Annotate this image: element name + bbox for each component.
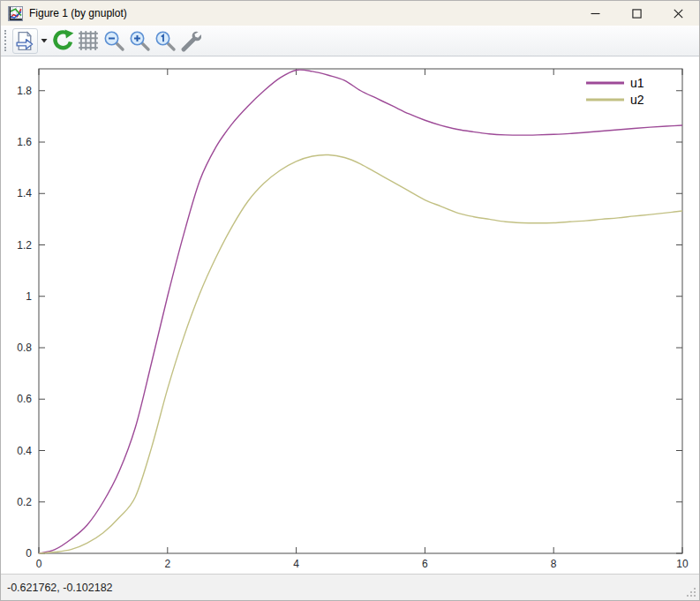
maximize-icon <box>632 9 642 19</box>
x-tick-label: 6 <box>422 558 428 570</box>
y-tick-label: 0.2 <box>17 496 32 508</box>
statusbar: -0.621762, -0.102182 <box>1 574 699 600</box>
gnuplot-app-icon <box>8 6 23 21</box>
titlebar: Figure 1 (by gnuplot) <box>1 1 699 26</box>
copy-options-dropdown-button[interactable] <box>38 28 49 54</box>
resize-grip-icon[interactable] <box>687 588 696 597</box>
previous-zoom-button[interactable] <box>101 28 126 54</box>
copy-to-clipboard-button[interactable] <box>12 28 38 54</box>
x-tick-label: 0 <box>36 558 42 570</box>
magnifier-1-icon <box>154 29 177 52</box>
replot-button[interactable] <box>49 28 75 54</box>
series-line-u1 <box>39 70 682 553</box>
series-line-u2 <box>39 155 682 553</box>
cursor-coordinates: -0.621762, -0.102182 <box>7 582 113 594</box>
x-tick-label: 10 <box>676 558 689 570</box>
y-tick-label: 0.4 <box>17 445 32 457</box>
legend-label-u2: u2 <box>630 93 644 107</box>
x-tick-label: 8 <box>551 558 557 570</box>
refresh-icon <box>51 29 74 52</box>
reset-zoom-button[interactable] <box>152 28 177 54</box>
plot-svg[interactable]: 024681000.20.40.60.811.21.41.61.8u1u2 <box>1 56 699 574</box>
close-icon <box>674 9 683 19</box>
y-tick-label: 1 <box>26 290 32 303</box>
window-controls <box>575 1 699 26</box>
toolbar <box>1 26 699 56</box>
copy-page-icon <box>14 30 36 52</box>
plot-canvas[interactable]: 024681000.20.40.60.811.21.41.61.8u1u2 <box>1 56 699 574</box>
options-button[interactable] <box>177 28 203 54</box>
maximize-button[interactable] <box>616 1 658 26</box>
y-tick-label: 1.8 <box>17 85 32 97</box>
grid-icon <box>77 29 100 52</box>
y-tick-label: 1.2 <box>17 239 32 252</box>
legend-label-u1: u1 <box>630 76 644 90</box>
minimize-icon <box>591 9 600 19</box>
caret-down-icon <box>41 38 48 43</box>
x-tick-label: 2 <box>164 558 170 570</box>
y-tick-label: 0.6 <box>17 393 32 405</box>
y-tick-label: 0 <box>26 547 32 560</box>
window-title: Figure 1 (by gnuplot) <box>29 7 127 19</box>
plot-border <box>39 69 682 553</box>
toolbar-drag-handle[interactable] <box>4 30 9 51</box>
magnifier-minus-icon <box>102 29 125 52</box>
close-button[interactable] <box>658 1 699 26</box>
y-tick-label: 0.8 <box>17 342 32 354</box>
figure-window: Figure 1 (by gnuplot) <box>0 0 700 601</box>
magnifier-plus-icon <box>128 29 151 52</box>
toggle-grid-button[interactable] <box>75 28 101 54</box>
wrench-icon <box>179 30 201 52</box>
x-tick-label: 4 <box>293 558 299 570</box>
next-zoom-button[interactable] <box>126 28 152 54</box>
y-tick-label: 1.4 <box>17 187 32 199</box>
minimize-button[interactable] <box>575 1 616 26</box>
y-tick-label: 1.6 <box>17 136 32 148</box>
